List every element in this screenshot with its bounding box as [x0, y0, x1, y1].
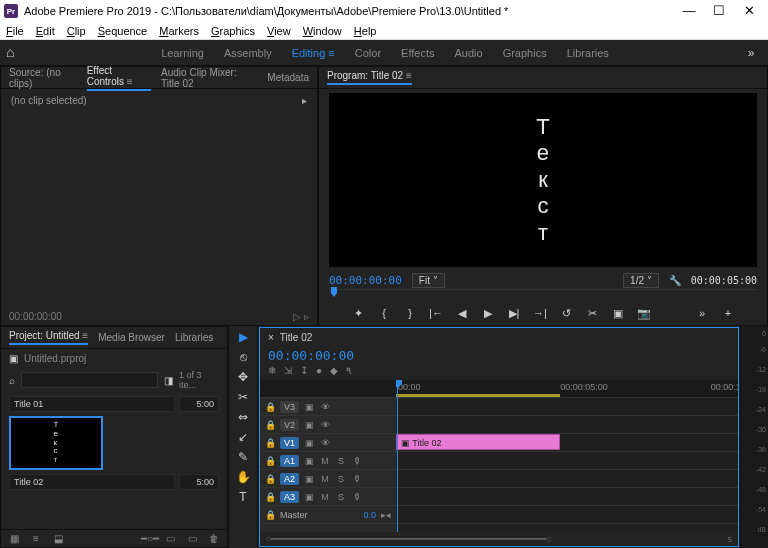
zoom-slider-icon[interactable]: ━○━ [141, 533, 155, 544]
tab-source[interactable]: Source: (no clips) [9, 67, 77, 89]
settings-icon[interactable]: 🔧 [669, 275, 681, 286]
pen-tool-icon[interactable]: ↙ [238, 430, 248, 444]
marker-icon[interactable]: ● [316, 365, 322, 376]
mute-icon[interactable]: M [319, 456, 331, 466]
icon-view-icon[interactable]: ≡ [29, 533, 43, 544]
window-close-button[interactable]: ✕ [734, 0, 764, 22]
lock-icon[interactable]: 🔒 [264, 402, 276, 412]
go-start-icon[interactable]: |← [429, 307, 443, 319]
menu-edit[interactable]: Edit [34, 25, 57, 37]
window-minimize-button[interactable]: — [674, 0, 704, 22]
menu-markers[interactable]: Markers [157, 25, 201, 37]
eye-icon[interactable]: 👁 [319, 402, 331, 412]
workspace-color[interactable]: Color [355, 47, 381, 59]
sequence-tab[interactable]: Title 02 [280, 332, 312, 343]
rectangle-tool-icon[interactable]: ✎ [238, 450, 248, 464]
lock-icon[interactable]: 🔒 [264, 438, 276, 448]
home-button[interactable]: ⌂ [6, 44, 30, 62]
timeline-timecode[interactable]: 00:00:00:00 [268, 348, 354, 363]
menu-view[interactable]: View [265, 25, 293, 37]
tab-media-browser[interactable]: Media Browser [98, 332, 165, 343]
type-tool-icon[interactable]: T [239, 490, 246, 504]
track-a3-label[interactable]: A3 [280, 491, 299, 503]
toggle-output-icon[interactable]: ▣ [303, 402, 315, 412]
step-fwd-icon[interactable]: ▶| [507, 307, 521, 320]
list-view-icon[interactable]: ▦ [7, 533, 21, 544]
linked-selection-icon[interactable]: ⇲ [284, 365, 292, 376]
close-seq-icon[interactable]: × [268, 332, 274, 343]
step-back-icon[interactable]: ◀ [455, 307, 469, 320]
track-a2-label[interactable]: A2 [280, 473, 299, 485]
track-v3-label[interactable]: V3 [280, 401, 299, 413]
transport-overflow-icon[interactable]: » [695, 307, 709, 319]
timeline-options-icon[interactable]: s [728, 534, 733, 544]
solo-icon[interactable]: S [335, 456, 347, 466]
freeform-view-icon[interactable]: ⬓ [51, 533, 65, 544]
new-item-icon[interactable]: ▭ [185, 533, 199, 544]
timeline-scroll[interactable]: ○━━━━━━━━━━━━━━━━━━━━━━━━━━━━━━━━━━━━━━━… [266, 534, 552, 544]
track-v2-label[interactable]: V2 [280, 419, 299, 431]
insert-icon[interactable]: ↧ [300, 365, 308, 376]
search-icon[interactable]: ⌕ [9, 375, 15, 386]
effect-controls-toggle[interactable]: ▸ [302, 95, 307, 106]
hand-tool-icon[interactable]: ✋ [236, 470, 251, 484]
track-v1-label[interactable]: V1 [280, 437, 299, 449]
tab-libraries[interactable]: Libraries [175, 332, 213, 343]
window-maximize-button[interactable]: ☐ [704, 0, 734, 22]
timeline-clip[interactable]: ▣ Title 02 [396, 434, 560, 450]
workspace-editing[interactable]: Editing [292, 47, 335, 59]
track-a1-label[interactable]: A1 [280, 455, 299, 467]
workspace-graphics[interactable]: Graphics [503, 47, 547, 59]
workspace-learning[interactable]: Learning [161, 47, 204, 59]
settings-icon[interactable]: ◆ [330, 365, 338, 376]
project-item-name[interactable]: Title 01 [9, 396, 175, 412]
snapshot-icon[interactable]: 📷 [637, 307, 651, 320]
trash-icon[interactable]: 🗑 [207, 533, 221, 544]
menu-file[interactable]: File [4, 25, 26, 37]
work-area-bar[interactable] [396, 394, 560, 397]
menu-help[interactable]: Help [352, 25, 379, 37]
program-resolution[interactable]: 1/2 ˅ [623, 273, 659, 288]
workspace-assembly[interactable]: Assembly [224, 47, 272, 59]
program-viewport[interactable]: Т е к с т [329, 93, 757, 267]
master-level[interactable]: 0.0 [363, 510, 376, 520]
out-bracket-icon[interactable]: } [403, 307, 417, 319]
extract-icon[interactable]: ✂ [585, 307, 599, 320]
selection-tool-icon[interactable]: ▶ [239, 330, 248, 344]
tab-project[interactable]: Project: Untitled [9, 330, 88, 345]
tab-audio-clip-mixer[interactable]: Audio Clip Mixer: Title 02 [161, 67, 257, 89]
in-bracket-icon[interactable]: { [377, 307, 391, 319]
tab-effect-controls[interactable]: Effect Controls [87, 65, 151, 91]
rec-icon[interactable]: 🎙 [351, 456, 363, 466]
program-zoom-fit[interactable]: Fit ˅ [412, 273, 445, 288]
slip-tool-icon[interactable]: ⇔ [238, 410, 248, 424]
source-transport[interactable]: ▷ ▹ [293, 311, 309, 322]
lock-icon[interactable]: 🔒 [264, 456, 276, 466]
mark-in-icon[interactable]: ✦ [351, 307, 365, 320]
snap-icon[interactable]: ❄ [268, 365, 276, 376]
track-select-tool-icon[interactable]: ⎋ [240, 350, 247, 364]
export-frame-icon[interactable]: ▣ [611, 307, 625, 320]
workspace-libraries[interactable]: Libraries [567, 47, 609, 59]
timeline-tracks[interactable]: 00:00 00:00:05:00 00:00:10 ▣ Title 02 [396, 380, 738, 532]
new-bin-icon[interactable]: ▭ [163, 533, 177, 544]
program-timecode[interactable]: 00:00:00:00 [329, 274, 402, 287]
project-thumbnail-selected[interactable]: Текст [9, 416, 103, 470]
program-ruler[interactable] [329, 289, 757, 301]
menu-graphics[interactable]: Graphics [209, 25, 257, 37]
razor-tool-icon[interactable]: ✂ [238, 390, 248, 404]
wrench-icon[interactable]: ٩ [346, 365, 351, 376]
workspace-effects[interactable]: Effects [401, 47, 434, 59]
menu-clip[interactable]: Clip [65, 25, 88, 37]
workspace-audio[interactable]: Audio [455, 47, 483, 59]
filter-icon[interactable]: ◨ [164, 375, 173, 386]
workspace-overflow[interactable]: » [740, 46, 762, 60]
timeline-playhead[interactable] [397, 380, 398, 532]
tab-program[interactable]: Program: Title 02 [327, 70, 412, 85]
play-icon[interactable]: ▶ [481, 307, 495, 320]
project-search-input[interactable] [21, 372, 158, 388]
ripple-tool-icon[interactable]: ✥ [238, 370, 248, 384]
menu-sequence[interactable]: Sequence [96, 25, 150, 37]
tab-metadata[interactable]: Metadata [267, 72, 309, 83]
lift-icon[interactable]: ↺ [559, 307, 573, 320]
